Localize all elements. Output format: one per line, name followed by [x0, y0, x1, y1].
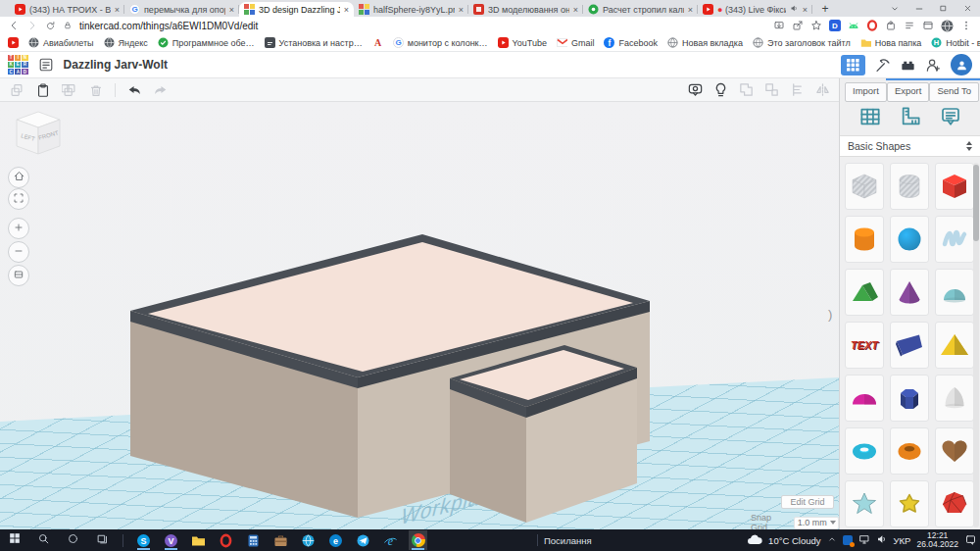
tray-expand-icon[interactable]	[827, 534, 837, 546]
shape-heart[interactable]	[935, 427, 974, 475]
shape-half-sphere[interactable]	[845, 375, 884, 422]
shape-category-select[interactable]: Basic Shapes	[840, 135, 980, 157]
browser-tab-5[interactable]: 3D моделювання онлайн×	[468, 2, 583, 17]
telegram-taskbar-icon[interactable]	[354, 530, 372, 550]
share-person-icon[interactable]	[925, 57, 942, 74]
extensions-puzzle-icon[interactable]	[885, 20, 897, 31]
perspective-toggle-button[interactable]	[8, 265, 29, 286]
group-icon[interactable]	[738, 81, 755, 98]
mirror-icon[interactable]	[814, 81, 831, 98]
undo-icon[interactable]	[126, 82, 142, 98]
design-title[interactable]: Dazzling Jarv-Wolt	[64, 58, 168, 72]
design-menu-icon[interactable]	[38, 57, 54, 73]
language-indicator[interactable]: УКР	[894, 535, 911, 546]
panel-collapse-handle[interactable]: )	[828, 307, 832, 322]
tab-close-icon[interactable]: ×	[803, 5, 808, 15]
calculator-taskbar-icon[interactable]	[244, 530, 263, 550]
maximize-button[interactable]	[931, 0, 956, 17]
close-window-button[interactable]	[956, 0, 980, 17]
network-icon[interactable]	[858, 533, 870, 547]
notes-tool-icon[interactable]	[939, 105, 962, 132]
bookmark-3[interactable]: Яндекс	[104, 37, 148, 48]
shape-cone[interactable]	[890, 269, 929, 316]
send-to-button[interactable]: Send To	[929, 82, 979, 102]
snap-grid-dropdown[interactable]: 1.0 mm	[794, 517, 839, 529]
shape-box-hole[interactable]	[845, 163, 884, 210]
shape-star[interactable]	[845, 480, 884, 527]
shape-paraboloid[interactable]	[935, 375, 974, 422]
align-icon[interactable]	[789, 81, 806, 98]
shape-scribble[interactable]	[935, 216, 974, 263]
explorer-taskbar-icon[interactable]	[189, 530, 208, 550]
tab-audio-icon[interactable]	[790, 4, 799, 15]
address-url[interactable]: tinkercad.com/things/a6EWI1DM0Vd/edit	[79, 21, 258, 31]
profile-avatar[interactable]	[941, 20, 954, 32]
tab-close-icon[interactable]: ×	[115, 5, 120, 15]
zoom-in-button[interactable]	[8, 218, 29, 239]
panel-scrollbar[interactable]	[973, 163, 979, 527]
tab-close-icon[interactable]: ×	[229, 5, 234, 15]
share-icon[interactable]	[792, 20, 804, 31]
blocks-view-button[interactable]	[841, 55, 865, 75]
blue-globe-taskbar-icon[interactable]	[299, 530, 318, 550]
weather-text[interactable]: 10°C Cloudy	[768, 535, 820, 546]
shape-round-roof[interactable]	[935, 269, 974, 316]
minimize-button[interactable]	[906, 0, 931, 17]
bookmark-6[interactable]: А	[372, 37, 383, 48]
bookmark-13[interactable]: Нова папка	[860, 37, 922, 48]
paste-icon[interactable]	[35, 82, 51, 98]
back-icon[interactable]	[8, 20, 20, 31]
bookmark-11[interactable]: Новая вкладка	[667, 37, 743, 48]
extension-d-icon[interactable]: D	[829, 20, 841, 31]
new-tab-button[interactable]: +	[816, 2, 834, 17]
tinkercad-logo[interactable]: TINKERCAD	[8, 55, 28, 75]
shape-text[interactable]: TEXTTEXT	[845, 322, 884, 369]
shape-cylinder[interactable]	[845, 216, 884, 263]
chrome-taskbar-icon[interactable]	[409, 530, 427, 550]
shape-torus[interactable]	[845, 427, 884, 475]
edge-taskbar-icon[interactable]: e	[326, 530, 345, 550]
bookmark-1[interactable]	[8, 37, 19, 48]
bookmark-8[interactable]: YouTube	[498, 37, 547, 48]
tab-close-icon[interactable]: ×	[344, 5, 349, 15]
bookmark-4[interactable]: Программное обе…	[158, 37, 255, 48]
side-panel-icon[interactable]	[922, 20, 934, 31]
browser-tab-7[interactable]: ● (343) Live Фіксики - вс…×	[698, 2, 812, 17]
shape-icosahedron[interactable]	[935, 480, 974, 527]
workplane-tool-icon[interactable]	[858, 105, 882, 132]
panel-scrollbar-thumb[interactable]	[973, 165, 979, 241]
bookmark-7[interactable]: Gмонитор с колонк…	[393, 37, 488, 48]
bookmark-9[interactable]: Gmail	[557, 37, 595, 48]
task-view-icon[interactable]	[93, 530, 112, 550]
duplicate-icon[interactable]	[62, 82, 77, 98]
workplane-grid[interactable]	[0, 102, 839, 529]
edit-grid-button[interactable]: Edit Grid	[781, 495, 834, 509]
reload-icon[interactable]	[45, 21, 56, 31]
start-button[interactable]	[5, 530, 24, 550]
fit-view-button[interactable]	[8, 188, 29, 210]
opera-taskbar-icon[interactable]	[217, 530, 235, 550]
shape-wedge[interactable]	[890, 322, 929, 369]
reading-list-icon[interactable]	[904, 20, 915, 31]
viber-taskbar-icon[interactable]: V	[162, 530, 180, 550]
export-button[interactable]: Export	[887, 82, 929, 102]
shape-pyramid[interactable]	[935, 322, 974, 369]
tab-search-icon[interactable]	[882, 0, 906, 17]
tab-close-icon[interactable]: ×	[459, 5, 464, 15]
shape-cylinder-hole[interactable]	[890, 163, 929, 210]
ungroup-icon[interactable]	[763, 81, 780, 98]
shape-thick-star[interactable]	[890, 480, 929, 527]
shape-sphere[interactable]	[890, 216, 929, 263]
browser-tab-6[interactable]: Расчет стропил калькулятор…×	[583, 2, 698, 17]
tray-app-icon[interactable]	[843, 535, 853, 545]
shape-box[interactable]	[935, 163, 974, 210]
bookmark-5[interactable]: Установка и настр…	[265, 37, 363, 48]
browser-tab-1[interactable]: (343) НА ТРОИХ - Все серии п…×	[10, 2, 124, 17]
bookmark-14[interactable]: HHotbit - ведущая в…	[931, 37, 980, 48]
save-page-icon[interactable]	[773, 20, 785, 31]
minecraft-pickaxe-icon[interactable]	[874, 57, 891, 74]
skype-taskbar-icon[interactable]: S	[134, 530, 153, 550]
briefcase-taskbar-icon[interactable]	[271, 530, 290, 550]
ie-taskbar-icon[interactable]: e	[381, 530, 400, 550]
taskbar-search-icon[interactable]	[34, 530, 53, 550]
